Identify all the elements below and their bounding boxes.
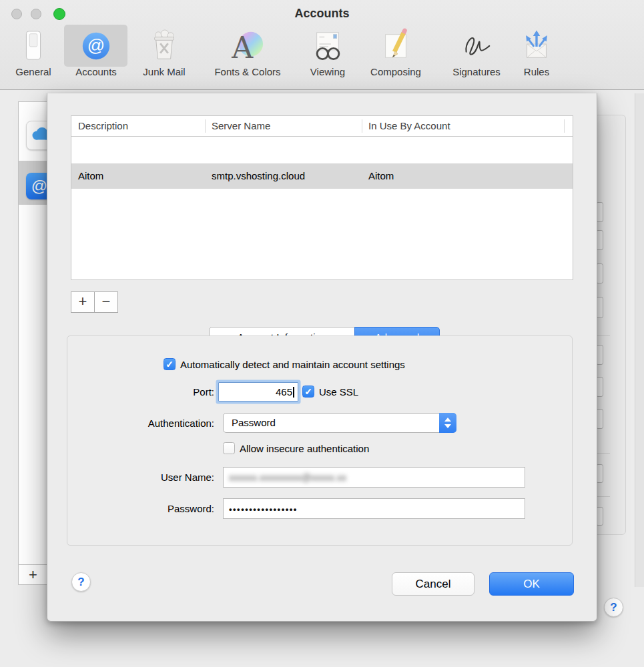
use-ssl-checkbox[interactable]: ✓ bbox=[302, 386, 314, 398]
toolbar-item-fonts-colors[interactable]: A Fonts & Colors bbox=[199, 25, 296, 77]
toolbar-label: Rules bbox=[515, 66, 558, 77]
authentication-popup[interactable]: Password bbox=[223, 413, 456, 433]
column-header-description[interactable]: Description bbox=[78, 120, 128, 131]
background-divider bbox=[596, 453, 610, 454]
mail-preferences-window: Accounts General @ Acco bbox=[0, 0, 644, 667]
toolbar-label: Viewing bbox=[302, 66, 354, 77]
window-title: Accounts bbox=[0, 7, 644, 21]
at-circle-icon: @ bbox=[65, 25, 127, 65]
toolbar-item-rules[interactable]: Rules bbox=[515, 25, 558, 77]
envelope-arrows-icon bbox=[515, 25, 558, 65]
window-chrome: Accounts General @ Acco bbox=[0, 0, 644, 90]
password-label: Password: bbox=[81, 503, 214, 514]
check-icon: ✓ bbox=[304, 386, 312, 397]
auto-detect-checkbox[interactable]: ✓ bbox=[164, 358, 176, 370]
column-divider[interactable] bbox=[564, 119, 565, 133]
background-divider bbox=[596, 496, 610, 497]
toolbar-label: Fonts & Colors bbox=[199, 66, 296, 77]
authentication-label: Authentication: bbox=[81, 418, 214, 429]
background-divider bbox=[596, 335, 610, 336]
toolbar-label: General bbox=[8, 66, 59, 77]
user-name-input[interactable]: xxxxxx.xxxxxxxxx@xxxxx.xx bbox=[223, 467, 525, 488]
ok-button[interactable]: OK bbox=[489, 572, 574, 596]
sidebar-add-account-button[interactable]: + bbox=[19, 564, 48, 586]
toolbar-item-general[interactable]: General bbox=[8, 25, 59, 77]
toolbar-item-accounts[interactable]: @ Accounts bbox=[65, 25, 127, 77]
cell-in-use-by: Aitom bbox=[368, 170, 394, 181]
port-input[interactable]: 465 bbox=[218, 382, 298, 402]
text-caret bbox=[293, 387, 294, 398]
remove-server-button[interactable]: − bbox=[94, 291, 118, 313]
auto-detect-label: Automatically detect and maintain accoun… bbox=[180, 359, 405, 370]
allow-insecure-checkbox[interactable] bbox=[223, 442, 235, 454]
password-input[interactable]: ••••••••••••••••• bbox=[223, 498, 525, 519]
add-remove-group: + − bbox=[71, 291, 118, 313]
window-help-button[interactable]: ? bbox=[604, 598, 623, 617]
toolbar-label: Signatures bbox=[440, 66, 513, 77]
glasses-icon bbox=[302, 25, 354, 65]
redacted-user-name: xxxxxx.xxxxxxxxx@xxxxx.xx bbox=[229, 472, 346, 483]
port-label: Port: bbox=[81, 386, 214, 398]
add-server-button[interactable]: + bbox=[71, 291, 95, 313]
check-icon: ✓ bbox=[166, 359, 174, 370]
switch-icon bbox=[8, 25, 59, 65]
accounts-sidebar: @ + bbox=[18, 101, 47, 585]
smtp-server-table: Description Server Name In Use By Accoun… bbox=[71, 115, 573, 280]
table-header: Description Server Name In Use By Accoun… bbox=[71, 116, 573, 137]
toolbar-label: Composing bbox=[359, 66, 432, 77]
cancel-button[interactable]: Cancel bbox=[392, 572, 474, 596]
smtp-server-sheet: Description Server Name In Use By Accoun… bbox=[47, 93, 597, 622]
cell-description: Aitom bbox=[78, 170, 103, 181]
use-ssl-label: Use SSL bbox=[319, 386, 358, 398]
table-row-selected[interactable]: Aitom smtp.vshosting.cloud Aitom bbox=[71, 163, 573, 189]
chevron-up-down-icon bbox=[439, 413, 456, 433]
cell-server-name: smtp.vshosting.cloud bbox=[212, 170, 305, 181]
toolbar-item-viewing[interactable]: Viewing bbox=[302, 25, 354, 77]
letter-a-rainbow-icon: A bbox=[199, 25, 296, 65]
svg-text:@: @ bbox=[87, 35, 105, 55]
svg-text:A: A bbox=[231, 31, 254, 63]
user-name-label: User Name: bbox=[81, 472, 214, 483]
column-header-server-name[interactable]: Server Name bbox=[212, 120, 270, 131]
column-header-in-use-by[interactable]: In Use By Account bbox=[368, 120, 450, 131]
toolbar-label: Junk Mail bbox=[133, 66, 196, 77]
sheet-help-button[interactable]: ? bbox=[71, 572, 91, 592]
toolbar-label: Accounts bbox=[65, 66, 127, 77]
toolbar-item-signatures[interactable]: Signatures bbox=[440, 25, 513, 77]
column-divider[interactable] bbox=[362, 119, 362, 133]
toolbar-item-composing[interactable]: Composing bbox=[359, 25, 432, 77]
trash-icon bbox=[133, 25, 196, 65]
allow-insecure-label: Allow insecure authentication bbox=[240, 443, 369, 454]
column-divider[interactable] bbox=[205, 119, 206, 133]
toolbar-item-junk-mail[interactable]: Junk Mail bbox=[133, 25, 196, 77]
pencil-page-icon bbox=[359, 25, 432, 65]
scrollbar-track[interactable] bbox=[635, 93, 644, 587]
signature-icon bbox=[440, 25, 513, 65]
